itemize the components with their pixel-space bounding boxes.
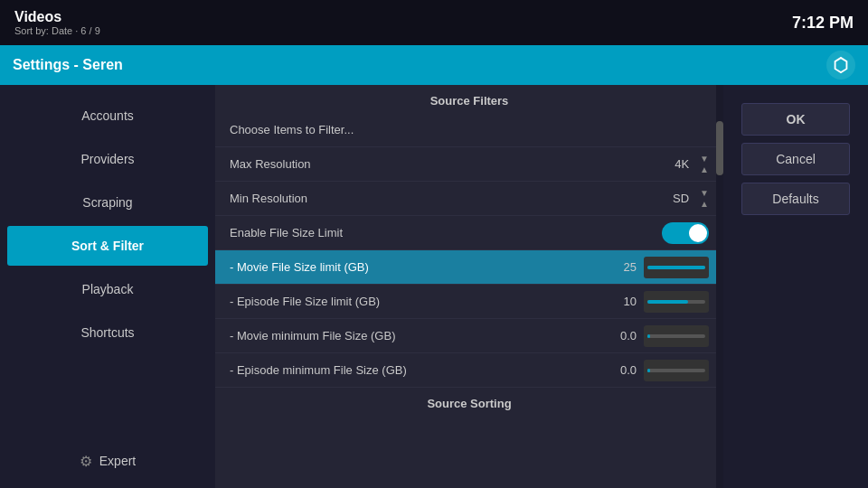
row-max-resolution[interactable]: Max Resolution 4K ▼ ▲ bbox=[215, 147, 723, 182]
sidebar-item-accounts[interactable]: Accounts bbox=[7, 96, 208, 136]
sidebar-item-expert[interactable]: ⚙ Expert bbox=[7, 441, 208, 481]
slider-fill bbox=[647, 369, 650, 372]
movie-min-file-size-label: - Movie minimum File Size (GB) bbox=[230, 329, 620, 343]
main-layout: Accounts Providers Scraping Sort & Filte… bbox=[0, 85, 868, 488]
row-episode-min-file-size[interactable]: - Episode minimum File Size (GB) 0.0 bbox=[215, 353, 723, 388]
row-movie-file-size[interactable]: - Movie File Size limit (GB) 25 bbox=[215, 250, 723, 285]
gear-icon: ⚙ bbox=[80, 453, 92, 470]
arrow-down-icon[interactable]: ▼ bbox=[700, 154, 709, 164]
sort-info: Sort by: Date · 6 / 9 bbox=[14, 25, 100, 36]
enable-file-size-toggle[interactable] bbox=[662, 222, 709, 244]
dialog-title: Settings - Seren bbox=[13, 57, 123, 73]
kodi-logo bbox=[826, 51, 855, 80]
scrollbar[interactable] bbox=[716, 85, 723, 488]
sidebar-item-providers[interactable]: Providers bbox=[7, 139, 208, 179]
episode-file-size-value: 10 bbox=[624, 295, 637, 308]
arrow-up-icon[interactable]: ▲ bbox=[700, 164, 709, 175]
arrow-up-icon[interactable]: ▲ bbox=[700, 199, 709, 210]
movie-file-size-value: 25 bbox=[624, 260, 637, 274]
episode-file-size-slider[interactable] bbox=[644, 291, 709, 313]
episode-file-size-label: - Episode File Size limit (GB) bbox=[230, 295, 624, 308]
sidebar-spacer bbox=[0, 354, 215, 441]
movie-min-file-size-value: 0.0 bbox=[620, 329, 637, 343]
cancel-button[interactable]: Cancel bbox=[741, 143, 850, 175]
row-episode-file-size[interactable]: - Episode File Size limit (GB) 10 bbox=[215, 285, 723, 319]
movie-file-size-label: - Movie File Size limit (GB) bbox=[230, 260, 624, 274]
content-area: Source Filters Choose Items to Filter...… bbox=[215, 85, 723, 488]
sidebar-item-shortcuts[interactable]: Shortcuts bbox=[7, 313, 208, 352]
row-movie-min-file-size[interactable]: - Movie minimum File Size (GB) 0.0 bbox=[215, 319, 723, 353]
sidebar: Accounts Providers Scraping Sort & Filte… bbox=[0, 85, 215, 488]
scrollbar-thumb[interactable] bbox=[716, 121, 723, 175]
sidebar-item-scraping[interactable]: Scraping bbox=[7, 183, 208, 222]
sidebar-item-playback[interactable]: Playback bbox=[7, 269, 208, 309]
min-resolution-arrows[interactable]: ▼ ▲ bbox=[700, 188, 709, 210]
page-title: Videos bbox=[14, 9, 100, 25]
clock: 7:12 PM bbox=[792, 14, 854, 33]
episode-min-file-size-value: 0.0 bbox=[620, 363, 637, 377]
min-resolution-value: SD bbox=[673, 192, 689, 205]
defaults-button[interactable]: Defaults bbox=[741, 183, 850, 215]
slider-track bbox=[647, 369, 705, 372]
row-enable-file-size[interactable]: Enable File Size Limit bbox=[215, 216, 723, 250]
title-bar: Settings - Seren bbox=[0, 45, 868, 85]
slider-track bbox=[647, 300, 705, 304]
slider-fill bbox=[647, 300, 688, 304]
max-resolution-arrows[interactable]: ▼ ▲ bbox=[700, 154, 709, 175]
ok-button[interactable]: OK bbox=[741, 103, 850, 136]
buttons-panel: OK Cancel Defaults bbox=[723, 85, 868, 488]
episode-min-file-size-slider[interactable] bbox=[644, 360, 709, 381]
enable-file-size-label: Enable File Size Limit bbox=[230, 226, 662, 239]
choose-items-label: Choose Items to Filter... bbox=[230, 123, 709, 136]
max-resolution-value: 4K bbox=[675, 157, 689, 171]
movie-min-file-size-slider[interactable] bbox=[644, 325, 709, 347]
slider-track bbox=[647, 266, 705, 269]
slider-track bbox=[647, 334, 705, 338]
arrow-down-icon[interactable]: ▼ bbox=[700, 188, 709, 199]
sidebar-item-sort-filter[interactable]: Sort & Filter bbox=[7, 226, 208, 266]
episode-min-file-size-label: - Episode minimum File Size (GB) bbox=[230, 363, 620, 377]
source-sorting-header: Source Sorting bbox=[215, 388, 723, 416]
max-resolution-label: Max Resolution bbox=[230, 157, 675, 171]
top-bar: Videos Sort by: Date · 6 / 9 7:12 PM bbox=[0, 0, 868, 45]
top-bar-left: Videos Sort by: Date · 6 / 9 bbox=[14, 9, 100, 36]
slider-fill bbox=[647, 334, 650, 338]
slider-fill bbox=[647, 266, 705, 269]
row-choose-items[interactable]: Choose Items to Filter... bbox=[215, 113, 723, 147]
toggle-knob bbox=[689, 224, 707, 242]
row-min-resolution[interactable]: Min Resolution SD ▼ ▲ bbox=[215, 182, 723, 216]
movie-file-size-slider[interactable] bbox=[644, 257, 709, 278]
source-filters-header: Source Filters bbox=[215, 85, 723, 113]
min-resolution-label: Min Resolution bbox=[230, 192, 673, 205]
